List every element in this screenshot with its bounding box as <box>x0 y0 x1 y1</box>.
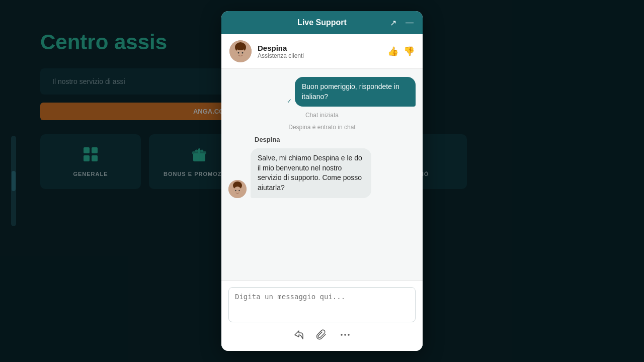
chat-header: Live Support ↗ — <box>221 11 423 34</box>
svg-point-30 <box>348 334 350 336</box>
more-button[interactable] <box>340 329 351 343</box>
svg-point-20 <box>235 43 246 50</box>
agent-bar: Despina Assistenza clienti 👍 👎 <box>221 34 423 69</box>
system-text-2: Despina è entrato in chat <box>288 124 355 131</box>
system-text-1: Chat iniziata <box>305 112 339 119</box>
expand-button[interactable]: ↗ <box>388 17 398 29</box>
agent-rating: 👍 👎 <box>387 46 415 57</box>
attach-button[interactable] <box>316 329 328 343</box>
svg-point-22 <box>242 52 244 54</box>
thumbs-down-button[interactable]: 👎 <box>404 46 415 57</box>
chat-header-actions: ↗ — <box>388 17 416 29</box>
agent-info: Despina Assistenza clienti <box>258 44 381 59</box>
attach-icon <box>316 329 328 343</box>
agent-role: Assistenza clienti <box>258 52 381 59</box>
agent-text-1: Salve, mi chiamo Despina e le do il mio … <box>258 154 362 192</box>
agent-avatar <box>229 40 252 62</box>
minimize-button[interactable]: — <box>404 17 416 29</box>
user-text-1: Buon pomeriggio, rispondete in italiano? <box>302 82 399 101</box>
chat-header-title: Live Support <box>297 18 347 27</box>
svg-point-29 <box>344 334 346 336</box>
agent-name: Despina <box>258 44 381 52</box>
agent-bubble-1: Salve, mi chiamo Despina e le do il mio … <box>251 148 371 198</box>
svg-point-21 <box>238 52 239 54</box>
check-icon: ✓ <box>287 98 292 105</box>
message-input[interactable] <box>228 287 416 322</box>
agent-avatar-sm <box>228 180 247 198</box>
agent-message-label: Despina <box>255 136 416 143</box>
chat-messages: ✓ Buon pomeriggio, rispondete in italian… <box>221 69 423 281</box>
more-icon <box>340 329 351 343</box>
chat-footer-actions <box>228 324 416 345</box>
user-bubble-1: Buon pomeriggio, rispondete in italiano? <box>295 77 416 107</box>
minimize-icon: — <box>406 18 414 27</box>
svg-point-28 <box>341 334 343 336</box>
svg-point-25 <box>233 187 242 196</box>
user-message-1: ✓ Buon pomeriggio, rispondete in italian… <box>287 77 416 107</box>
share-button[interactable] <box>293 329 304 343</box>
chat-window: Live Support ↗ — <box>221 11 423 351</box>
thumbs-up-button[interactable]: 👍 <box>387 46 398 57</box>
share-icon <box>293 329 304 343</box>
chat-input-area <box>221 281 423 351</box>
agent-message-1: Salve, mi chiamo Despina e le do il mio … <box>228 148 371 198</box>
system-message-2: Despina è entrato in chat <box>288 124 355 131</box>
svg-point-26 <box>235 190 236 191</box>
expand-icon: ↗ <box>390 18 396 28</box>
svg-point-27 <box>238 190 239 191</box>
system-message-1: Chat iniziata <box>305 112 339 119</box>
